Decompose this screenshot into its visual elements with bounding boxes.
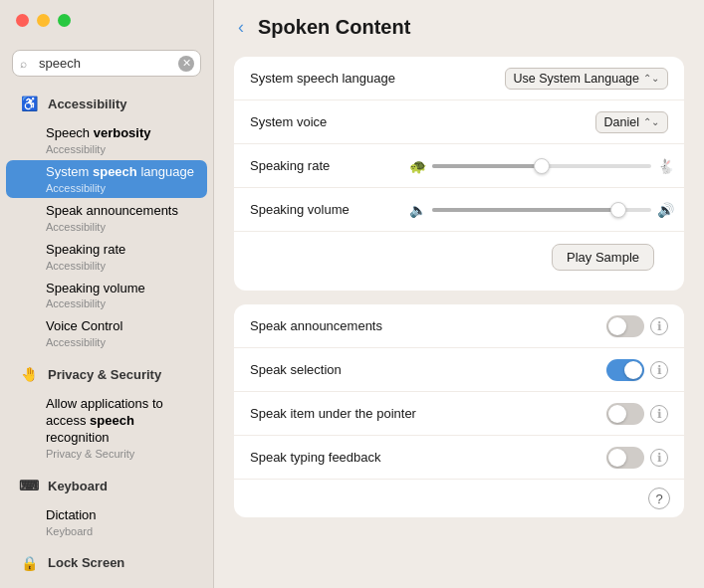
sidebar-section-header-lock-screen[interactable]: 🔒 Lock Screen bbox=[6, 546, 207, 580]
sidebar-item-dictation[interactable]: Dictation Keyboard bbox=[6, 503, 207, 541]
speaking-volume-slider-row: 🔈 🔊 bbox=[409, 202, 674, 218]
search-input[interactable] bbox=[12, 50, 201, 77]
sidebar-section-lock-screen: 🔒 Lock Screen bbox=[0, 546, 213, 580]
sidebar-item-sub-speaking-volume: Accessibility bbox=[46, 297, 195, 309]
page-title: Spoken Content bbox=[258, 16, 410, 39]
card-footer: ? bbox=[234, 480, 684, 517]
volume-low-icon: 🔈 bbox=[409, 202, 426, 218]
speak-selection-label: Speak selection bbox=[250, 362, 409, 377]
sidebar-item-speaking-rate[interactable]: Speaking rate Accessibility bbox=[6, 238, 207, 276]
search-bar: ⌕ ✕ bbox=[12, 50, 201, 77]
speak-announcements-control: ℹ bbox=[409, 315, 668, 337]
speak-item-under-pointer-toggle[interactable] bbox=[606, 403, 644, 425]
speak-selection-toggle[interactable] bbox=[606, 359, 644, 381]
back-button[interactable]: ‹ bbox=[234, 17, 248, 38]
speaking-volume-label: Speaking volume bbox=[250, 202, 409, 217]
toggle-knob-3 bbox=[608, 405, 626, 423]
page-header: ‹ Spoken Content bbox=[234, 16, 684, 39]
volume-high-icon: 🔊 bbox=[657, 202, 674, 218]
sidebar-item-speaking-volume[interactable]: Speaking volume Accessibility bbox=[6, 277, 207, 314]
chevron-down-icon: ⌃⌄ bbox=[643, 73, 659, 84]
sidebar-section-header-accessibility[interactable]: ♿ Accessibility bbox=[6, 87, 207, 120]
help-button[interactable]: ? bbox=[648, 488, 670, 509]
speak-announcements-row: Speak announcements ℹ bbox=[234, 304, 684, 348]
speaking-volume-slider-fill bbox=[432, 208, 618, 212]
speaking-rate-control: 🐢 🐇 bbox=[409, 158, 674, 174]
speaking-volume-row: Speaking volume 🔈 🔊 bbox=[234, 188, 684, 232]
speak-announcements-info-button[interactable]: ℹ bbox=[650, 317, 668, 335]
lock-screen-icon: 🔒 bbox=[18, 552, 40, 574]
speak-item-under-pointer-info-button[interactable]: ℹ bbox=[650, 405, 668, 423]
system-speech-language-value: Use System Language bbox=[514, 72, 639, 86]
sidebar-item-sub-allow-speech: Privacy & Security bbox=[46, 448, 195, 460]
speaking-rate-slider-track[interactable] bbox=[432, 164, 651, 168]
speak-typing-feedback-label: Speak typing feedback bbox=[250, 450, 409, 465]
sidebar-section-header-privacy[interactable]: 🤚 Privacy & Security bbox=[6, 357, 207, 391]
sidebar-item-label-system-speech-language: System speech language bbox=[46, 164, 195, 181]
sidebar-item-system-speech-language[interactable]: System speech language Accessibility bbox=[6, 160, 207, 198]
sidebar-item-sub-system-speech-language: Accessibility bbox=[46, 182, 195, 194]
sidebar-item-label-speech-verbosity: Speech verbosity bbox=[46, 125, 195, 142]
rabbit-icon: 🐇 bbox=[657, 158, 674, 174]
play-sample-button[interactable]: Play Sample bbox=[552, 244, 654, 271]
speaking-rate-label: Speaking rate bbox=[250, 158, 409, 173]
sidebar-item-label-speaking-volume: Speaking volume bbox=[46, 281, 195, 297]
sidebar-item-sub-voice-control: Accessibility bbox=[46, 336, 195, 348]
speak-typing-feedback-row: Speak typing feedback ℹ bbox=[234, 436, 684, 480]
system-speech-language-control: Use System Language ⌃⌄ bbox=[409, 68, 668, 90]
bottom-card: Speak announcements ℹ Speak selection ℹ … bbox=[234, 304, 684, 517]
accessibility-icon: ♿ bbox=[18, 93, 40, 114]
minimize-button[interactable] bbox=[37, 14, 50, 27]
speaking-volume-slider-track[interactable] bbox=[432, 208, 651, 212]
speak-typing-feedback-toggle[interactable] bbox=[606, 447, 644, 469]
sidebar-item-speak-announcements[interactable]: Speak announcements Accessibility bbox=[6, 199, 207, 237]
speak-typing-feedback-control: ℹ bbox=[409, 447, 668, 469]
sidebar-item-sub-dictation: Keyboard bbox=[46, 525, 195, 537]
top-card: System speech language Use System Langua… bbox=[234, 57, 684, 291]
sidebar-item-sub-speak-announcements: Accessibility bbox=[46, 221, 195, 233]
sidebar-item-label-speak-announcements: Speak announcements bbox=[46, 203, 195, 220]
system-voice-value: Daniel bbox=[604, 115, 639, 129]
privacy-icon: 🤚 bbox=[18, 363, 40, 385]
sidebar-section-label-privacy: Privacy & Security bbox=[48, 367, 161, 382]
search-clear-button[interactable]: ✕ bbox=[178, 56, 194, 72]
system-speech-language-label: System speech language bbox=[250, 71, 409, 86]
system-speech-language-dropdown[interactable]: Use System Language ⌃⌄ bbox=[505, 68, 668, 90]
sidebar: ⌕ ✕ ♿ Accessibility Speech verbosity Acc… bbox=[0, 0, 214, 588]
toggle-knob-4 bbox=[608, 449, 626, 467]
speak-typing-feedback-info-button[interactable]: ℹ bbox=[650, 449, 668, 467]
speaking-rate-row: Speaking rate 🐢 🐇 bbox=[234, 144, 684, 188]
speaking-rate-slider-thumb[interactable] bbox=[534, 158, 550, 174]
system-voice-label: System voice bbox=[250, 114, 409, 129]
sidebar-section-header-keyboard[interactable]: ⌨ Keyboard bbox=[6, 469, 207, 502]
sidebar-item-label-speaking-rate: Speaking rate bbox=[46, 242, 195, 259]
speaking-volume-slider-thumb[interactable] bbox=[610, 202, 626, 218]
play-sample-container: Play Sample bbox=[234, 232, 684, 291]
system-speech-language-row: System speech language Use System Langua… bbox=[234, 57, 684, 100]
speak-selection-control: ℹ bbox=[409, 359, 668, 381]
speak-announcements-toggle[interactable] bbox=[606, 315, 644, 337]
speak-item-under-pointer-control: ℹ bbox=[416, 403, 668, 425]
sidebar-item-label-allow-speech: Allow applications to access speech reco… bbox=[46, 396, 195, 447]
sidebar-section-privacy: 🤚 Privacy & Security Allow applications … bbox=[0, 357, 213, 465]
speak-item-under-pointer-row: Speak item under the pointer ℹ bbox=[234, 392, 684, 436]
sidebar-section-keyboard: ⌨ Keyboard Dictation Keyboard bbox=[0, 469, 213, 542]
sidebar-item-allow-speech-recognition[interactable]: Allow applications to access speech reco… bbox=[6, 392, 207, 464]
sidebar-item-voice-control[interactable]: Voice Control Accessibility bbox=[6, 314, 207, 352]
sidebar-section-label-lock-screen: Lock Screen bbox=[48, 555, 124, 570]
speaking-rate-slider-fill bbox=[432, 164, 542, 168]
maximize-button[interactable] bbox=[58, 14, 71, 27]
keyboard-icon: ⌨ bbox=[18, 475, 40, 496]
sidebar-item-speech-verbosity[interactable]: Speech verbosity Accessibility bbox=[6, 121, 207, 159]
turtle-icon: 🐢 bbox=[409, 158, 426, 174]
close-button[interactable] bbox=[16, 14, 29, 27]
toggle-knob-2 bbox=[624, 361, 642, 379]
speak-item-under-pointer-label: Speak item under the pointer bbox=[250, 406, 416, 421]
system-voice-dropdown[interactable]: Daniel ⌃⌄ bbox=[595, 111, 668, 133]
main-content: ‹ Spoken Content System speech language … bbox=[214, 0, 704, 588]
speak-selection-info-button[interactable]: ℹ bbox=[650, 361, 668, 379]
sidebar-section-label-keyboard: Keyboard bbox=[48, 479, 108, 493]
sidebar-item-label-voice-control: Voice Control bbox=[46, 318, 195, 335]
sidebar-item-sub-speaking-rate: Accessibility bbox=[46, 260, 195, 272]
sidebar-section-label-accessibility: Accessibility bbox=[48, 97, 127, 111]
